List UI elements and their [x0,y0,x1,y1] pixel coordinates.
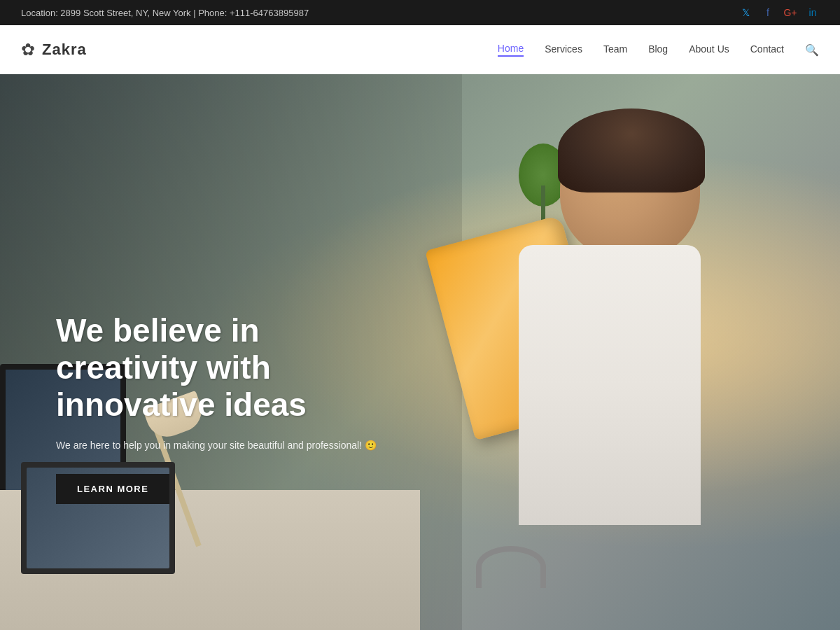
person-shirt [519,245,701,525]
hero-title: We believe in creativity with innovative… [56,312,392,424]
nav: Home Services Team Blog About Us Contact… [498,43,819,57]
logo[interactable]: ✿ Zakra [21,40,87,59]
top-bar: Location: 2899 Scott Street, NY, New Yor… [0,0,840,25]
logo-text: Zakra [42,41,87,59]
hero-subtitle: We are here to help you in making your s… [56,438,392,453]
nav-about[interactable]: About Us [689,43,729,56]
nav-team[interactable]: Team [603,43,627,56]
hero-content: We believe in creativity with innovative… [56,312,392,504]
nav-contact[interactable]: Contact [750,43,784,56]
hero-section: We believe in creativity with innovative… [0,74,840,630]
social-icons: 𝕏 f G+ in [739,6,819,19]
learn-more-button[interactable]: LEARN MORE [56,474,169,504]
google-icon[interactable]: G+ [784,6,797,19]
linkedin-icon[interactable]: in [806,6,819,19]
nav-services[interactable]: Services [545,43,582,56]
header: ✿ Zakra Home Services Team Blog About Us… [0,25,840,74]
nav-home[interactable]: Home [498,43,524,57]
nav-blog[interactable]: Blog [648,43,668,56]
logo-icon: ✿ [21,40,35,59]
search-icon[interactable]: 🔍 [805,43,819,57]
twitter-icon[interactable]: 𝕏 [739,6,752,19]
headphones-prop [476,546,546,588]
person-hair [558,108,705,192]
contact-info: Location: 2899 Scott Street, NY, New Yor… [21,8,309,18]
person-prop [406,119,798,630]
facebook-icon[interactable]: f [762,6,774,19]
